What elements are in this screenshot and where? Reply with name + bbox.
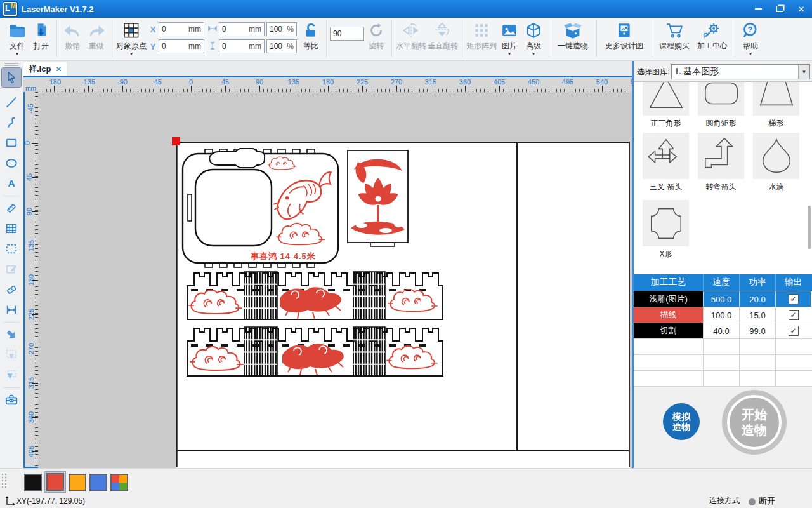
- width-arrow-icon: [208, 25, 217, 34]
- library-select[interactable]: 1. 基本图形 ▼: [671, 64, 810, 79]
- simulate-button[interactable]: 模拟造物: [663, 403, 700, 440]
- proportional-lock-button[interactable]: 等比: [299, 21, 322, 51]
- table-row-trace[interactable]: 描线 100.0 15.0 ✓: [634, 307, 812, 323]
- flip-vertical-icon: [433, 21, 452, 40]
- flip-vertical-button[interactable]: 垂直翻转: [428, 21, 458, 51]
- rotate-angle-input[interactable]: 90: [330, 27, 364, 41]
- design-window-icon: [616, 21, 632, 40]
- minimize-button[interactable]: [747, 0, 769, 18]
- connection-status: 断开: [759, 495, 775, 507]
- toolbox-tool[interactable]: [2, 391, 21, 410]
- marquee-tool[interactable]: [2, 239, 21, 258]
- drop-fill-tool-1[interactable]: [2, 345, 21, 364]
- color-swatch-multicolor[interactable]: [110, 474, 128, 491]
- redo-button[interactable]: 重做: [85, 21, 108, 51]
- rectangle-tool[interactable]: [2, 133, 21, 152]
- height-input[interactable]: 0mm: [219, 39, 265, 53]
- drop-fill-tool-2[interactable]: [2, 366, 21, 385]
- start-button[interactable]: 开始造物: [722, 390, 787, 455]
- undo-button[interactable]: 撤销: [61, 21, 84, 51]
- question-magnifier-icon: ?: [742, 21, 759, 40]
- gallery-scrollbar[interactable]: [808, 206, 811, 249]
- open-button[interactable]: 打开: [30, 21, 53, 51]
- one-key-create-button[interactable]: 一键造物: [553, 21, 593, 51]
- undo-arrow-icon: [63, 21, 82, 40]
- picture-button[interactable]: 图片 ▼: [498, 21, 521, 56]
- side-slot: [188, 194, 192, 221]
- color-swatch-blue[interactable]: [89, 474, 107, 491]
- select-tool[interactable]: [2, 68, 21, 87]
- rect-array-button[interactable]: 矩形阵列: [466, 21, 497, 51]
- course-purchase-button[interactable]: 课程购买: [656, 21, 693, 51]
- dot-grid-icon: [473, 21, 490, 40]
- chevron-down-icon[interactable]: ▼: [798, 65, 809, 79]
- curve-tool[interactable]: [2, 113, 21, 132]
- table-row-empty: [634, 371, 812, 387]
- shape-item-rounded-rect[interactable]: 圆角矩形: [693, 81, 749, 129]
- gear-wrench-icon: [704, 21, 721, 40]
- status-bar: XY(-197.77, 129.05) 连接方式 断开: [0, 493, 812, 508]
- shape-gallery: 正三角形 圆角矩形 梯形 三叉 箭头 转弯箭头: [634, 81, 812, 274]
- measure-tool[interactable]: [2, 199, 21, 218]
- tab-close-icon[interactable]: ✕: [55, 65, 62, 74]
- ellipse-tool[interactable]: [2, 154, 21, 173]
- file-button[interactable]: 文件 ▼: [6, 21, 29, 56]
- height-percent-input[interactable]: 100%: [266, 39, 297, 53]
- palette-drag-handle[interactable]: [2, 474, 7, 489]
- width-input[interactable]: 0mm: [219, 22, 265, 36]
- horizontal-ruler: -180-135-90-4504590135180225270315360405…: [38, 77, 632, 92]
- color-palette-bar: [0, 468, 812, 494]
- object-origin-button[interactable]: 对象原点 ▼: [116, 21, 147, 56]
- color-swatch-black[interactable]: [24, 474, 42, 491]
- decor-strip-2[interactable]: [187, 327, 443, 376]
- eraser-tool[interactable]: [2, 280, 21, 299]
- more-designs-button[interactable]: 更多设计图: [601, 21, 648, 51]
- text-tool[interactable]: A: [2, 174, 21, 193]
- color-swatch-orange[interactable]: [69, 474, 86, 491]
- library-label: 选择图库:: [637, 67, 669, 77]
- vertical-ruler: -4504590135180225270315360405: [23, 92, 38, 468]
- image-icon: [501, 21, 518, 40]
- fill-tool[interactable]: [2, 325, 21, 344]
- width-percent-input[interactable]: 100%: [266, 22, 297, 36]
- document-tabstrip: 祥.lcp ✕: [0, 61, 632, 77]
- shape-item-three-way-arrow[interactable]: 三叉 箭头: [638, 133, 693, 192]
- output-checkbox[interactable]: ✓: [789, 326, 799, 336]
- lotus-panel-artwork[interactable]: [348, 150, 408, 246]
- shape-item-turn-arrow[interactable]: 转弯箭头: [693, 133, 749, 192]
- box-panel-artwork[interactable]: 事喜鸿 14 4.5米: [183, 149, 338, 267]
- shape-item-water-drop[interactable]: 水滴: [749, 133, 804, 192]
- shape-item-trapezoid[interactable]: 梯形: [749, 81, 804, 129]
- table-row-empty: [634, 355, 812, 371]
- help-button[interactable]: ? 帮助 ▼: [739, 21, 762, 56]
- toolbar-drag-handle[interactable]: [4, 63, 18, 66]
- rotate-circle-icon: [368, 21, 384, 40]
- node-edit-tool[interactable]: [2, 260, 21, 279]
- design-canvas[interactable]: 事喜鸿 14 4.5米: [38, 92, 632, 468]
- app-logo-icon: LM: [3, 1, 18, 17]
- output-checkbox[interactable]: ✓: [789, 310, 799, 320]
- close-button[interactable]: ✕: [790, 0, 812, 18]
- y-input[interactable]: 0mm: [159, 39, 204, 53]
- decor-strip-1[interactable]: [187, 272, 443, 319]
- restore-button[interactable]: [769, 0, 790, 18]
- flip-horizontal-button[interactable]: 水平翻转: [396, 21, 426, 51]
- grid-tool[interactable]: [2, 219, 21, 238]
- x-input[interactable]: 0mm: [159, 22, 204, 36]
- flip-horizontal-icon: [402, 21, 421, 40]
- table-row-engrave[interactable]: 浅雕(图片) 500.0 20.0 ✓: [634, 291, 812, 307]
- shape-item-x-shape[interactable]: X形: [638, 200, 693, 260]
- rotate-button[interactable]: 旋转: [365, 21, 388, 51]
- process-center-button[interactable]: 加工中心: [694, 21, 731, 51]
- chevron-down-icon: ▼: [508, 52, 512, 56]
- document-tab[interactable]: 祥.lcp ✕: [23, 62, 67, 76]
- color-swatch-red-selected[interactable]: [44, 471, 66, 493]
- shape-item-triangle[interactable]: 正三角形: [638, 81, 693, 129]
- output-checkbox[interactable]: ✓: [789, 294, 799, 304]
- origin-marker[interactable]: [172, 137, 180, 145]
- table-row-cut[interactable]: 切割 40.0 99.0 ✓: [634, 323, 812, 339]
- distribute-tool[interactable]: [2, 300, 21, 319]
- connection-status-dot: [749, 498, 756, 505]
- line-tool[interactable]: [2, 93, 21, 112]
- advanced-button[interactable]: 高级 ▼: [522, 21, 545, 56]
